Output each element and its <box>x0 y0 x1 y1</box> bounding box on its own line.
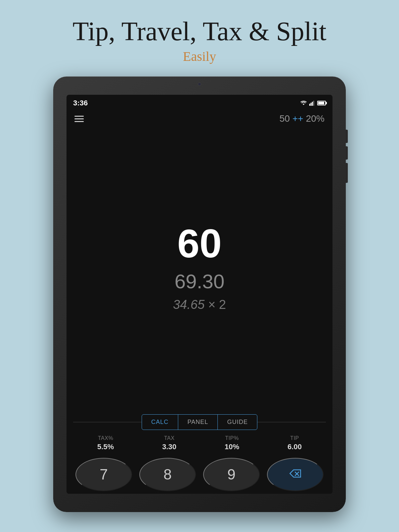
battery-icon <box>317 101 326 105</box>
formula-base: 50 <box>280 113 290 124</box>
info-value-tax: 3.30 <box>162 443 177 451</box>
svg-rect-2 <box>311 103 312 106</box>
info-label-tax-pct: TAX% <box>98 435 113 441</box>
split-result: 34.65 × 2 <box>173 298 226 312</box>
page-title: Tip, Travel, Tax & Split <box>0 17 399 46</box>
header-section: Tip, Travel, Tax & Split Easily <box>0 0 399 74</box>
info-label-tip-pct: TIP% <box>225 435 239 441</box>
info-row: TAX% 5.5% TAX 3.30 TIP% 10% TIP 6.00 <box>66 430 332 455</box>
split-value: 34.65 <box>173 298 204 312</box>
hamburger-menu-button[interactable] <box>74 116 84 122</box>
status-icons <box>300 100 326 106</box>
svg-rect-3 <box>312 102 313 106</box>
hamburger-line <box>74 116 84 117</box>
status-bar: 3:36 <box>66 95 332 110</box>
hamburger-line <box>74 118 84 119</box>
app-top-bar: 50 ++ 20% <box>66 110 332 127</box>
tab-bar: CALC PANEL GUIDE <box>66 414 332 430</box>
main-result: 60 <box>177 223 221 263</box>
info-value-tip-pct: 10% <box>225 443 239 451</box>
key-delete[interactable] <box>267 458 324 491</box>
delete-icon <box>289 467 302 481</box>
volume-up-button[interactable] <box>346 130 348 143</box>
info-tip: TIP 6.00 <box>288 435 302 451</box>
info-tip-percent: TIP% 10% <box>225 435 239 451</box>
svg-rect-4 <box>313 101 314 106</box>
status-time: 3:36 <box>73 99 88 107</box>
tab-guide[interactable]: GUIDE <box>218 415 257 430</box>
tab-panel[interactable]: PANEL <box>178 415 218 430</box>
tab-right-line <box>257 422 326 422</box>
power-button[interactable] <box>346 163 348 183</box>
hamburger-line <box>74 121 84 122</box>
svg-marker-0 <box>303 104 305 105</box>
result-area: 60 69.30 34.65 × 2 <box>66 127 332 414</box>
info-label-tip: TIP <box>290 435 299 441</box>
formula-operator: + <box>292 113 298 124</box>
tablet-screen: 3:36 <box>66 95 332 494</box>
secondary-result: 69.30 <box>175 270 224 293</box>
keypad-row: 7 8 9 <box>66 455 332 494</box>
info-tax: TAX 3.30 <box>162 435 177 451</box>
signal-icon <box>309 100 315 106</box>
tab-left-line <box>73 422 142 422</box>
key-7[interactable]: 7 <box>75 458 132 491</box>
info-value-tip: 6.00 <box>288 443 302 451</box>
info-value-tax-pct: 5.5% <box>97 443 114 451</box>
split-multiplier: × 2 <box>208 298 226 312</box>
key-9[interactable]: 9 <box>203 458 260 491</box>
tablet-camera <box>198 82 201 86</box>
tab-buttons: CALC PANEL GUIDE <box>142 414 258 430</box>
svg-rect-1 <box>309 104 310 106</box>
wifi-icon <box>300 100 307 106</box>
page-subtitle: Easily <box>0 49 399 64</box>
info-label-tax: TAX <box>164 435 174 441</box>
formula-display: 50 ++ 20% <box>280 113 325 124</box>
tab-calc[interactable]: CALC <box>142 415 178 430</box>
volume-down-button[interactable] <box>346 146 348 160</box>
tablet-device: 3:36 <box>53 76 346 512</box>
formula-percent: 20% <box>306 113 325 124</box>
tablet-body: 3:36 <box>53 76 346 512</box>
key-8[interactable]: 8 <box>139 458 196 491</box>
info-tax-percent: TAX% 5.5% <box>97 435 114 451</box>
